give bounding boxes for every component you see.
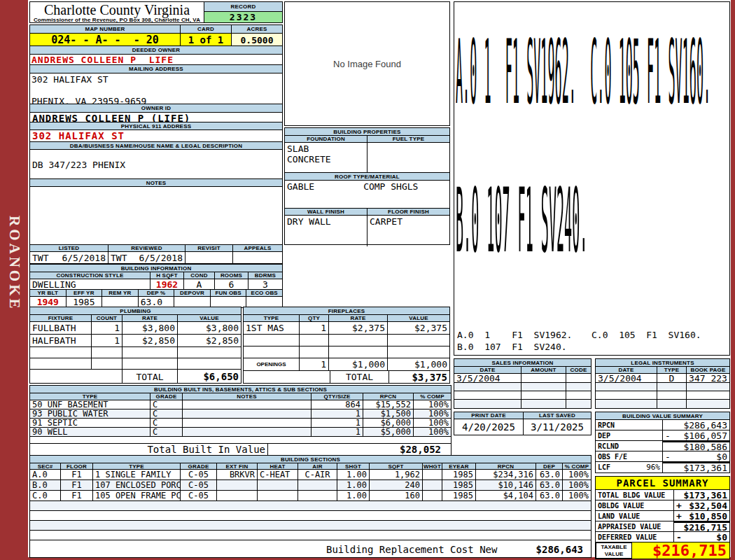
bookpage-cell: 347 223 — [687, 374, 729, 383]
plumbing-title: PLUMBING — [30, 307, 241, 315]
spacer-cell — [30, 531, 591, 540]
notes-cell — [183, 400, 312, 410]
parcel-operator: + — [676, 511, 682, 522]
plumbing-row: HALFBATH 1 $2,850 $2,850 — [30, 335, 241, 347]
qty-cell: 864 — [312, 400, 363, 410]
record-value: 2323 — [204, 12, 282, 22]
qty-size-label: QTY/SIZE — [312, 393, 363, 400]
built-in-row-empty — [30, 437, 451, 444]
physical-address-label: PHYSICAL 911 ADDRESS — [30, 122, 282, 130]
replacement-cost-row: Building Replacement Cost New $286,643 — [30, 540, 591, 557]
sqft-cell: 1,962 — [370, 470, 423, 480]
heat-label: HEAT — [258, 463, 298, 470]
bookpage-cell — [687, 391, 729, 400]
rate-cell: $2,375 — [329, 322, 388, 335]
code-cell — [566, 374, 591, 383]
rate-label: RATE — [329, 315, 388, 322]
plumbing-total-label: TOTAL — [122, 370, 178, 384]
rate-cell — [329, 346, 388, 358]
sketch-box: A.0 1 F1 SV1962. C.0 105 F1 SV160. B.0 1… — [454, 1, 730, 356]
value-cell — [178, 347, 241, 358]
construction-style-value: DWELLING — [30, 279, 150, 290]
wall-finish-value: DRY WALL — [285, 216, 368, 246]
reviewed-label: REVIEWED — [108, 245, 186, 252]
bookpage-cell — [687, 383, 729, 391]
county-title: Charlotte County Virginia — [30, 3, 204, 17]
spacer-cell — [30, 511, 591, 521]
review-section: LISTED REVIEWED REVISIT APPEALS TWT 6/5/… — [29, 244, 283, 264]
parcel-value: $32,504 — [689, 500, 727, 511]
sketch-stretched-line1: A.0 1 F1 SV1962. C.0 105 F1 SV160. — [456, 19, 710, 125]
building-section-row-empty — [30, 521, 591, 531]
amount-label: AMOUNT — [522, 367, 566, 374]
grade-cell: C-05 — [181, 480, 217, 491]
rpcn-cell: $1,500 — [363, 410, 414, 419]
type-cell: 50 UNF BASEMENT — [30, 400, 150, 410]
replacement-cost-label: Building Replacement Cost New — [326, 544, 497, 555]
bdrms-value: 3 — [248, 279, 282, 290]
listed-date: 6/5/2018 — [62, 253, 106, 263]
date-label: DATE — [454, 367, 522, 374]
depovr-label: DEPOVR — [174, 290, 211, 297]
rate-cell: $2,850 — [122, 335, 178, 347]
type-cell: 107 ENCLOSED PORCH — [93, 480, 181, 491]
whgt-label: WHGT — [423, 463, 442, 470]
legal-instruments-section: LEGAL INSTRUMENTS DATE TYPE BOOK PAGE 3/… — [595, 358, 730, 409]
fixture-cell: FULLBATH — [30, 322, 92, 335]
sketch-legend-b: B.0 107 F1 SV240. — [457, 342, 567, 352]
print-date-value: 4/20/2025 — [454, 419, 524, 435]
date-cell — [454, 400, 522, 408]
parcel-label: APPRAISED VALUE — [596, 522, 674, 532]
amount-cell — [522, 400, 566, 408]
sqft-label: SQFT — [370, 463, 423, 470]
sec-cell: C.0 — [30, 491, 61, 501]
type-cell — [244, 335, 300, 346]
yr-blt-value: 1949 — [30, 297, 66, 307]
count-cell — [92, 358, 122, 370]
date-label: DATE — [596, 367, 657, 374]
value-cell — [388, 346, 449, 358]
rooms-label: ROOMS — [215, 272, 248, 279]
left-frame-bar: ROANOKE — [0, 0, 28, 560]
eyear-cell: 1985 — [442, 470, 476, 480]
acres-value: 0.5000 — [232, 34, 282, 46]
type-label: TYPE — [93, 463, 181, 470]
revisit-label: REVISIT — [186, 245, 233, 252]
rpcn-cell: $15,552 — [363, 400, 414, 410]
bvs-label: LCF 96% — [596, 462, 663, 472]
county-header-box: Charlotte County Virginia Commissioner o… — [29, 1, 283, 23]
deeded-owner-label: DEEDED OWNER — [30, 46, 282, 55]
eyear-cell: 1985 — [442, 491, 476, 501]
air-label: AIR — [298, 463, 337, 470]
built-ins-total-value: $28,052 — [268, 444, 451, 455]
built-in-row: 93 PUBLIC WATER C 1 $1,500 100% — [30, 410, 451, 419]
built-in-row: 91 SEPTIC C 1 $6,000 100% — [30, 419, 451, 428]
legal-description-section: DBA/BUISNESS NAME/HOUSE NAME & LEGAL DES… — [29, 141, 283, 181]
amount-cell — [522, 383, 566, 391]
bdrms-label: BDRMS — [248, 272, 282, 279]
spacer-cell — [30, 370, 122, 384]
sketch-stretched-line2: B.0 107 F1 SV240. — [456, 167, 587, 273]
floor-finish-label: FLOOR FINISH — [368, 209, 449, 216]
floor-cell: F1 — [61, 480, 93, 491]
whgt-cell — [423, 480, 442, 491]
record-label: RECORD — [204, 2, 282, 12]
comp-cell: 100% — [414, 400, 451, 410]
dep-pct-value: 63.0 — [139, 297, 175, 307]
fun-obs-value — [211, 297, 247, 307]
type-cell: 91 SEPTIC — [30, 419, 150, 428]
shgt-cell: 1.00 — [337, 491, 370, 501]
dba-label: DBA/BUISNESS NAME/HOUSE NAME & LEGAL DES… — [30, 142, 282, 150]
right-frame-bar — [731, 0, 735, 560]
plumbing-total-value: $6,650 — [178, 370, 241, 384]
sqft-cell: 160 — [370, 491, 423, 501]
comp-cell: 100% — [414, 428, 451, 437]
building-value-summary-section: BUILDING VALUE SUMMARY RPCN $286,643 DEP… — [595, 412, 730, 473]
taxable-value-row: TAXABLE VALUE $216,715 — [596, 542, 729, 559]
type-cell: 90 WELL — [30, 428, 150, 437]
mailing-address-section: MAILING ADDRESS 302 HALIFAX ST PHENIX, V… — [29, 64, 283, 106]
code-label: CODE — [566, 367, 591, 374]
eyear-cell: 1985 — [442, 480, 476, 491]
legal-row-empty — [596, 383, 729, 391]
roof-label: ROOF TYPE/MATERIAL — [285, 173, 449, 181]
